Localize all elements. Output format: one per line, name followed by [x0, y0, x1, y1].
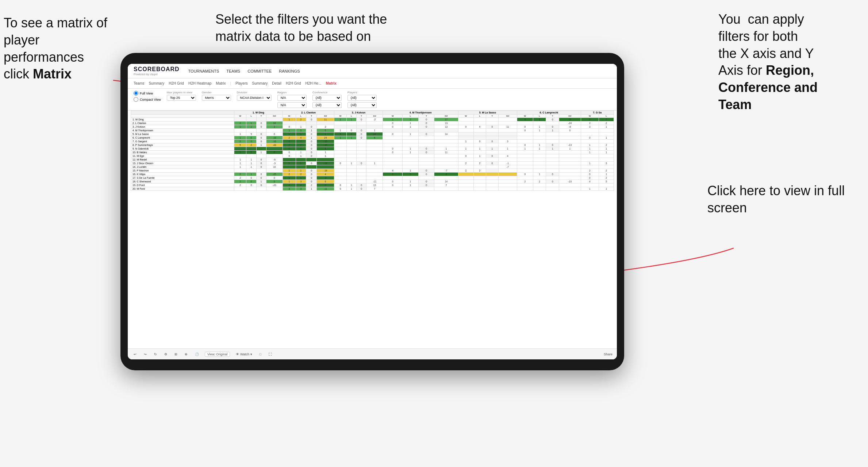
- subnav-matrix1[interactable]: Matrix: [216, 81, 226, 86]
- cell: 1: [581, 151, 599, 154]
- nav-committee[interactable]: COMMITTEE: [247, 67, 272, 75]
- subnav-teams[interactable]: Teams: [134, 81, 144, 86]
- nav-tournaments[interactable]: TOURNAMENTS: [188, 67, 219, 75]
- region-select1[interactable]: N/A: [277, 95, 307, 101]
- cell: [559, 184, 581, 187]
- cell: 0: [246, 184, 256, 187]
- cell: [434, 143, 458, 147]
- undo-button[interactable]: ↩: [132, 352, 138, 357]
- cell: 1: [434, 147, 458, 151]
- cell: 1: [346, 136, 356, 140]
- expand-button[interactable]: ⛶: [267, 352, 273, 357]
- cell: [356, 151, 366, 154]
- cell: 1: [246, 165, 256, 169]
- max-players-select[interactable]: Top 25: [167, 95, 196, 101]
- cell: [346, 158, 356, 162]
- subnav-summary1[interactable]: Summary: [149, 81, 164, 86]
- subnav-h2hhe[interactable]: H2H He...: [306, 81, 322, 86]
- player-18: 18. C Sherwood: [131, 180, 234, 184]
- nav-rankings[interactable]: RANKINGS: [279, 67, 300, 75]
- nav-teams[interactable]: TEAMS: [226, 67, 240, 75]
- conference-select1[interactable]: (All): [312, 95, 342, 101]
- players-select1[interactable]: (All): [347, 95, 377, 101]
- cell: [434, 140, 458, 143]
- compact-view-input[interactable]: [134, 97, 138, 102]
- screenshot-button[interactable]: □: [258, 352, 263, 357]
- cell: [403, 187, 419, 191]
- subnav-h2hgrid[interactable]: H2H Grid: [169, 81, 184, 86]
- cell: 1: [246, 125, 256, 129]
- subnav-h2hgrid2[interactable]: H2H Grid: [286, 81, 301, 86]
- subnav-players[interactable]: Players: [235, 81, 247, 86]
- cell: [473, 132, 486, 136]
- cell: 0: [296, 147, 306, 151]
- cell: [486, 184, 498, 187]
- cell: 0: [306, 176, 317, 180]
- cell: [403, 158, 419, 162]
- cell: [266, 169, 283, 173]
- clock-button[interactable]: 🕐: [193, 352, 200, 357]
- cell: [559, 140, 581, 143]
- cell: 13: [366, 184, 383, 187]
- cell: 1: [581, 162, 599, 165]
- sub-dif6: Dif: [559, 115, 581, 118]
- subnav-detail[interactable]: Detail: [272, 81, 281, 86]
- gender-label: Gender: [202, 91, 231, 94]
- cell: [306, 121, 317, 125]
- full-view-input[interactable]: [134, 91, 138, 96]
- cell: 0: [581, 173, 599, 176]
- compact-view-radio[interactable]: Compact View: [134, 97, 161, 102]
- cell: [546, 176, 559, 180]
- cell: [246, 129, 256, 132]
- subnav-matrix2[interactable]: Matrix: [326, 81, 336, 86]
- cell: 0: [383, 147, 403, 151]
- cell: [498, 136, 517, 140]
- cell: [581, 165, 599, 169]
- cell: 0: [246, 136, 256, 140]
- players-select2[interactable]: (All): [347, 102, 377, 108]
- full-view-radio[interactable]: Full View: [134, 91, 161, 96]
- cell: [246, 118, 256, 121]
- cell: 2: [234, 121, 246, 125]
- cell: [418, 154, 434, 158]
- settings-button[interactable]: ⚙: [163, 352, 169, 357]
- refresh-button[interactable]: ↻: [153, 352, 158, 357]
- share-button[interactable]: Share: [604, 352, 612, 356]
- cell: [434, 162, 458, 165]
- cell: 1: [246, 121, 256, 125]
- subnav-summary2[interactable]: Summary: [252, 81, 268, 86]
- cell: 14: [434, 180, 458, 184]
- cell: 0: [306, 140, 317, 143]
- cell: 0: [306, 154, 317, 158]
- cell: [486, 118, 498, 121]
- cell: [317, 158, 334, 162]
- cell: 0: [418, 180, 434, 184]
- division-select[interactable]: NCAA Division I: [237, 95, 272, 101]
- zoom-button[interactable]: ⊕: [183, 352, 189, 357]
- cell: 1: [599, 136, 614, 140]
- cell: 0: [356, 162, 366, 165]
- cell: 0: [256, 136, 266, 140]
- conference-select2[interactable]: (All): [312, 102, 342, 108]
- cell: 0: [546, 180, 559, 184]
- cell: 1: [533, 129, 546, 132]
- view-badge[interactable]: View: Original: [205, 352, 230, 357]
- region-select2[interactable]: N/A: [277, 102, 307, 108]
- cell: 3: [296, 180, 306, 184]
- cell: [486, 187, 498, 191]
- layout-button[interactable]: ⊞: [173, 352, 179, 357]
- gender-select[interactable]: Men's: [202, 95, 231, 101]
- redo-button[interactable]: ↪: [142, 352, 148, 357]
- app-header: SCOREBOARD Powered by clippd TOURNAMENTS…: [128, 64, 617, 78]
- cell: [334, 169, 347, 173]
- cell: -48: [266, 143, 283, 147]
- watch-button[interactable]: 👁 Watch ▾: [234, 352, 253, 357]
- cell: 1: [546, 147, 559, 151]
- cell: 2: [266, 125, 283, 129]
- cell: 0: [256, 176, 266, 180]
- subnav-h2hheatmap[interactable]: H2H Heatmap: [188, 81, 211, 86]
- cell: [418, 129, 434, 132]
- cell: [366, 173, 383, 176]
- cell: 4: [473, 125, 486, 129]
- cell: [434, 154, 458, 158]
